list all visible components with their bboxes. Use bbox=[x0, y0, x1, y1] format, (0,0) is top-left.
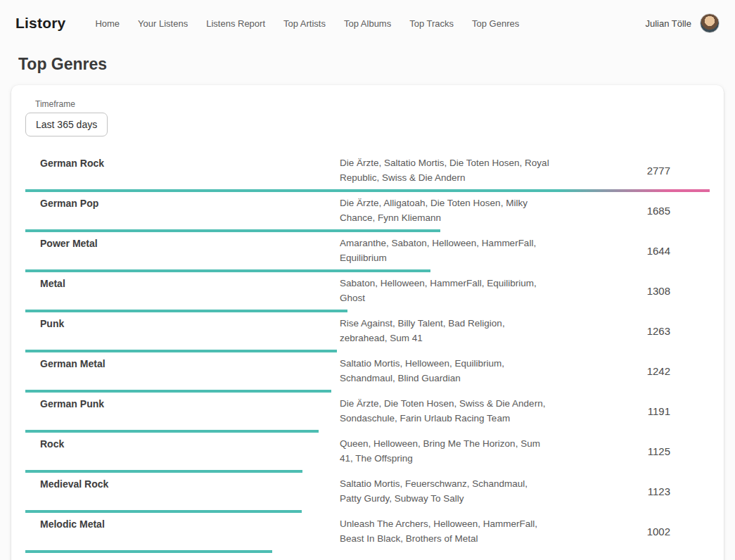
genre-row: Power MetalAmaranthe, Sabaton, Helloween… bbox=[25, 232, 710, 272]
genre-row: German RockDie Ärzte, Saltatio Mortis, D… bbox=[25, 152, 710, 192]
genre-listen-count: 1242 bbox=[551, 356, 710, 386]
genre-top-artists: Rise Against, Billy Talent, Bad Religion… bbox=[340, 316, 551, 345]
genre-name: Medieval Rock bbox=[25, 476, 340, 506]
genre-listen-count: 1263 bbox=[551, 316, 710, 345]
genre-top-artists: Die Ärzte, Alligatoah, Die Toten Hosen, … bbox=[340, 196, 551, 225]
nav-item-top-albums[interactable]: Top Albums bbox=[344, 18, 391, 29]
genre-name: Rock bbox=[25, 436, 340, 466]
genre-top-artists: Bukahara, Käptn Peng, KYTES, Von Wegen L… bbox=[340, 556, 551, 560]
genre-name: Punk bbox=[25, 316, 340, 345]
genre-row: RockQueen, Helloween, Bring Me The Horiz… bbox=[25, 433, 710, 473]
genre-name: Metal bbox=[25, 276, 340, 305]
genre-listen-count: 1644 bbox=[551, 236, 710, 265]
genre-top-artists: Amaranthe, Sabaton, Helloween, HammerFal… bbox=[340, 236, 551, 265]
app-viewport: Listory Home Your Listens Listens Report… bbox=[0, 0, 735, 560]
nav-item-top-artists[interactable]: Top Artists bbox=[283, 18, 326, 29]
genre-top-artists: Die Ärzte, Die Toten Hosen, Swiss & Die … bbox=[340, 396, 551, 426]
user-avatar[interactable] bbox=[700, 13, 720, 33]
genre-listen-count: 1125 bbox=[551, 436, 710, 466]
timeframe-label: Timeframe bbox=[25, 99, 710, 109]
genre-listen-count: 1308 bbox=[551, 276, 710, 305]
user-menu[interactable]: Julian Tölle bbox=[645, 13, 720, 33]
genre-row: German PopDie Ärzte, Alligatoah, Die Tot… bbox=[25, 192, 710, 232]
genre-name: German Rock bbox=[25, 155, 340, 185]
genre-listen-count: 926 bbox=[551, 556, 710, 560]
page-title: Top Genres bbox=[0, 55, 735, 74]
genre-name: Power Metal bbox=[25, 236, 340, 265]
genre-top-artists: Queen, Helloween, Bring Me The Horizon, … bbox=[340, 436, 551, 466]
genre-top-artists: Sabaton, Helloween, HammerFall, Equilibr… bbox=[340, 276, 551, 305]
timeframe-filter: Timeframe Last 365 days bbox=[25, 99, 710, 136]
user-name: Julian Tölle bbox=[645, 18, 691, 29]
genre-row: PunkRise Against, Billy Talent, Bad Reli… bbox=[25, 312, 710, 352]
app-logo[interactable]: Listory bbox=[15, 15, 65, 32]
genre-row: German PunkDie Ärzte, Die Toten Hosen, S… bbox=[25, 393, 710, 433]
nav-item-listens-report[interactable]: Listens Report bbox=[206, 18, 265, 29]
genre-row: Melodic MetalUnleash The Archers, Hellow… bbox=[25, 513, 710, 553]
nav-item-your-listens[interactable]: Your Listens bbox=[138, 18, 188, 29]
genre-table: German RockDie Ärzte, Saltatio Mortis, D… bbox=[25, 152, 710, 560]
genre-row: German IndieBukahara, Käptn Peng, KYTES,… bbox=[25, 553, 710, 560]
genre-listen-count: 1191 bbox=[551, 396, 710, 426]
genre-top-artists: Unleash The Archers, Helloween, HammerFa… bbox=[340, 516, 551, 546]
genre-row: MetalSabaton, Helloween, HammerFall, Equ… bbox=[25, 272, 710, 312]
genre-name: German Punk bbox=[25, 396, 340, 426]
genre-row: Medieval RockSaltatio Mortis, Feuerschwa… bbox=[25, 473, 710, 513]
genre-listen-count: 1685 bbox=[551, 196, 710, 225]
genre-listen-count: 2777 bbox=[551, 155, 710, 185]
genre-name: German Pop bbox=[25, 196, 340, 225]
genre-top-artists: Saltatio Mortis, Helloween, Equilibrium,… bbox=[340, 356, 551, 386]
genre-listen-count: 1123 bbox=[551, 476, 710, 506]
genre-name: Melodic Metal bbox=[25, 516, 340, 546]
timeframe-select[interactable]: Last 365 days bbox=[25, 113, 108, 136]
genre-name: German Indie bbox=[25, 556, 340, 560]
genre-listen-count: 1002 bbox=[551, 516, 710, 546]
nav-item-top-tracks[interactable]: Top Tracks bbox=[409, 18, 454, 29]
genre-row: German MetalSaltatio Mortis, Helloween, … bbox=[25, 352, 710, 393]
top-genres-card: Timeframe Last 365 days German RockDie Ä… bbox=[11, 85, 724, 560]
nav-item-home[interactable]: Home bbox=[95, 18, 120, 29]
nav-links: Home Your Listens Listens Report Top Art… bbox=[95, 18, 645, 29]
genre-name: German Metal bbox=[25, 356, 340, 386]
genre-top-artists: Die Ärzte, Saltatio Mortis, Die Toten Ho… bbox=[340, 155, 551, 185]
top-nav: Listory Home Your Listens Listens Report… bbox=[0, 0, 735, 46]
nav-item-top-genres[interactable]: Top Genres bbox=[472, 18, 519, 29]
genre-top-artists: Saltatio Mortis, Feuerschwanz, Schandmau… bbox=[340, 476, 551, 506]
